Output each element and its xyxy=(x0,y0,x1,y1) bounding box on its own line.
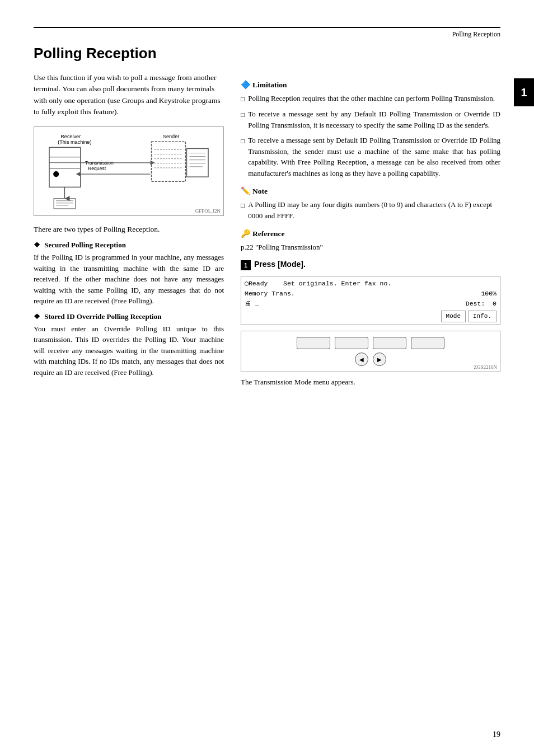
limitation-heading-text: Limitation xyxy=(252,81,287,90)
step-text: Press [Mode]. xyxy=(254,260,306,269)
note-heading: ✏️ Note xyxy=(241,186,500,196)
page-container: Polling Reception 1 Polling Reception Us… xyxy=(0,0,534,756)
two-types-text: There are two types of Polling Reception… xyxy=(34,224,224,235)
stored-body: You must enter an Override Polling ID un… xyxy=(34,323,224,378)
right-column: 🔷 Limitation Polling Reception requires … xyxy=(241,72,500,388)
note-list: A Polling ID may be any four digits numb… xyxy=(241,199,500,221)
secured-heading-text: Secured Polling Reception xyxy=(44,241,126,249)
page-number: 19 xyxy=(493,730,500,739)
left-column: Use this function if you wish to poll a … xyxy=(34,72,224,388)
panel-btn-2 xyxy=(335,337,368,349)
transmission-mode-text: The Transmission Mode menu appears. xyxy=(241,377,500,388)
secured-heading: ❖ Secured Polling Reception xyxy=(34,241,224,250)
note-item-1: A Polling ID may be any four digits numb… xyxy=(241,199,500,221)
reference-heading-text: Reference xyxy=(252,229,284,238)
secured-body: If the Polling ID is programmed in your … xyxy=(34,252,224,307)
svg-rect-8 xyxy=(54,199,76,209)
limitation-heading: 🔷 Limitation xyxy=(241,80,500,90)
diagram-caption: GFFOL.J2N xyxy=(195,208,221,214)
svg-text:Request: Request xyxy=(88,166,106,171)
lcd-row-1: ◯Ready Set originals. Enter fax no. xyxy=(245,279,496,289)
lcd-printer: 🖨 _ xyxy=(245,299,259,309)
panel-btn-right: ▶ xyxy=(373,353,386,366)
reference-heading: 🔑 Reference xyxy=(241,229,500,238)
diagram-box: Receiver (This machine) xyxy=(34,126,224,216)
button-panel: ◀ ▶ ZGS2210N xyxy=(241,331,500,372)
reference-text: p.22 "Polling Transmission" xyxy=(241,242,500,253)
lcd-display: ◯Ready Set originals. Enter fax no. Memo… xyxy=(241,276,500,326)
svg-rect-13 xyxy=(152,142,186,181)
note-heading-text: Note xyxy=(252,187,268,196)
limitation-item-2: To receive a message sent by any Default… xyxy=(241,109,500,130)
svg-text:Sender: Sender xyxy=(163,134,179,139)
panel-btn-4 xyxy=(411,337,444,349)
reference-icon: 🔑 xyxy=(241,229,250,238)
panel-btn-1 xyxy=(297,337,330,349)
lcd-dest: Dest: 0 xyxy=(466,299,496,309)
svg-text:(This machine): (This machine) xyxy=(58,139,91,145)
diamond-bullet-2: ❖ xyxy=(34,312,40,321)
limitation-icon: 🔷 xyxy=(241,80,250,90)
note-icon: ✏️ xyxy=(241,186,250,196)
svg-point-6 xyxy=(53,171,59,177)
lcd-memory: Memory Trans. xyxy=(245,289,295,299)
button-row-top xyxy=(297,337,444,349)
intro-paragraph: Use this function if you wish to poll a … xyxy=(34,72,224,118)
panel-caption: ZGS2210N xyxy=(474,364,497,370)
svg-marker-22 xyxy=(151,161,155,165)
lcd-row-4: Mode Info. xyxy=(245,311,496,323)
lcd-ready: ◯Ready Set originals. Enter fax no. xyxy=(245,279,391,289)
limitation-item-3: To receive a message sent by Default ID … xyxy=(241,135,500,179)
svg-rect-2 xyxy=(49,147,81,187)
lcd-percent: 100% xyxy=(481,289,496,299)
stored-heading: ❖ Stored ID Override Polling Reception xyxy=(34,312,224,321)
stored-heading-text: Stored ID Override Polling Reception xyxy=(44,312,161,321)
svg-text:Receiver: Receiver xyxy=(60,134,81,139)
svg-marker-24 xyxy=(76,172,81,176)
step-number: 1 xyxy=(241,260,251,270)
side-tab-number: 1 xyxy=(521,86,527,99)
page-title: Polling Reception xyxy=(34,34,500,62)
limitation-list: Polling Reception requires that the othe… xyxy=(241,93,500,179)
lcd-row-2: Memory Trans. 100% xyxy=(245,289,496,299)
panel-btn-left: ◀ xyxy=(355,353,368,366)
two-column-layout: Use this function if you wish to poll a … xyxy=(34,72,500,388)
panel-btn-3 xyxy=(373,337,406,349)
main-content: Polling Reception Use this function if y… xyxy=(34,34,500,722)
limitation-item-1: Polling Reception requires that the othe… xyxy=(241,93,500,104)
lcd-row-3: 🖨 _ Dest: 0 xyxy=(245,299,496,309)
lcd-info-btn: Info. xyxy=(468,311,496,323)
diamond-bullet-1: ❖ xyxy=(34,241,40,250)
side-tab: 1 xyxy=(514,78,534,106)
lcd-mode-btn: Mode xyxy=(441,311,466,323)
step-1-box: 1 Press [Mode]. xyxy=(241,260,500,270)
svg-rect-25 xyxy=(186,148,208,177)
diagram-svg: Receiver (This machine) xyxy=(39,132,219,211)
button-row-bottom: ◀ ▶ xyxy=(355,353,386,366)
